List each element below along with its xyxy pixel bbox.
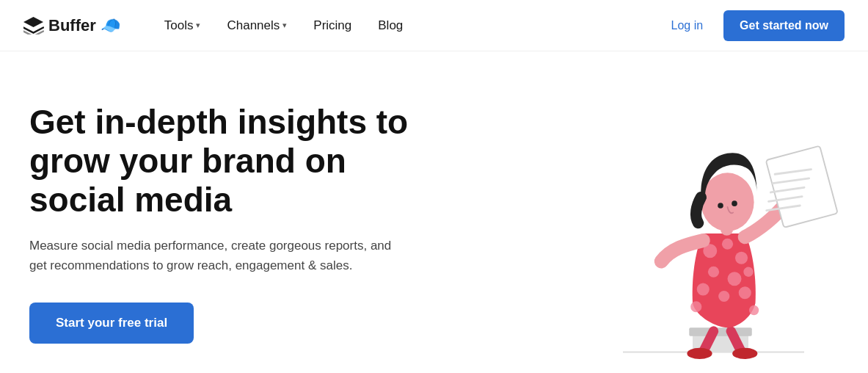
svg-point-7	[735, 252, 748, 264]
hero-content: Get in-depth insights to grow your brand…	[29, 103, 440, 343]
nav-pricing[interactable]: Pricing	[313, 18, 351, 33]
svg-point-13	[739, 286, 751, 299]
svg-point-25	[732, 200, 737, 206]
svg-point-4	[732, 348, 757, 359]
nav-actions: Log in Get started now	[663, 10, 845, 41]
chevron-down-icon: ▾	[282, 21, 287, 30]
svg-point-12	[718, 291, 729, 302]
nav-links: Tools ▾ Channels ▾ Pricing Blog	[164, 18, 663, 33]
svg-point-24	[718, 203, 723, 209]
start-trial-button[interactable]: Start your free trial	[29, 303, 194, 344]
svg-point-10	[743, 267, 753, 277]
chevron-down-icon: ▾	[196, 21, 200, 30]
svg-point-11	[697, 283, 710, 295]
navbar: Buffer 🧢 Tools ▾ Channels ▾ Pricing Blog…	[0, 0, 868, 51]
svg-point-3	[687, 348, 712, 359]
nav-blog[interactable]: Blog	[378, 18, 403, 33]
logo-emoji: 🧢	[101, 16, 120, 35]
svg-point-6	[722, 239, 733, 250]
nav-tools[interactable]: Tools ▾	[164, 18, 201, 33]
login-button[interactable]: Log in	[663, 13, 712, 38]
svg-point-8	[708, 267, 719, 278]
hero-section: Get in-depth insights to grow your brand…	[0, 51, 868, 373]
svg-point-15	[690, 301, 701, 312]
get-started-button[interactable]: Get started now	[723, 10, 845, 41]
buffer-icon	[23, 17, 44, 35]
svg-point-9	[728, 272, 742, 286]
hero-title: Get in-depth insights to grow your brand…	[29, 103, 440, 220]
hero-subtitle: Measure social media performance, create…	[29, 236, 396, 275]
svg-rect-2	[689, 327, 752, 336]
svg-point-14	[749, 305, 759, 315]
hero-illustration	[575, 94, 839, 373]
nav-channels[interactable]: Channels ▾	[227, 18, 287, 33]
svg-point-23	[701, 173, 754, 231]
logo-text: Buffer	[48, 16, 96, 35]
logo[interactable]: Buffer 🧢	[23, 16, 120, 35]
